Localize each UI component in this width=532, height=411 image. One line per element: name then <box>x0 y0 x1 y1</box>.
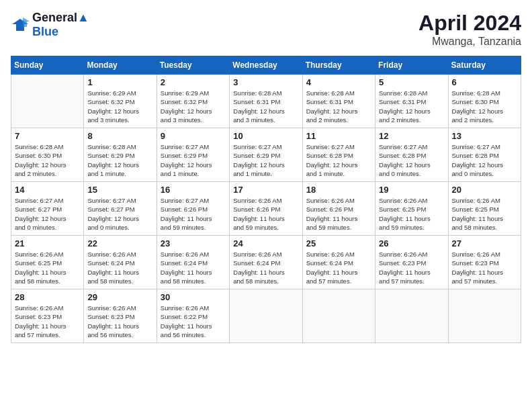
day-number: 25 <box>306 238 371 248</box>
page-header: General▲ Blue April 2024 Mwanga, Tanzani… <box>11 11 521 48</box>
day-number: 7 <box>15 131 80 141</box>
calendar-cell: 23Sunrise: 6:26 AM Sunset: 6:24 PM Dayli… <box>157 236 229 289</box>
week-row-2: 14Sunrise: 6:27 AM Sunset: 6:27 PM Dayli… <box>11 182 521 236</box>
day-number: 11 <box>306 131 371 141</box>
calendar-cell: 14Sunrise: 6:27 AM Sunset: 6:27 PM Dayli… <box>11 182 84 236</box>
calendar-cell: 7Sunrise: 6:28 AM Sunset: 6:30 PM Daylig… <box>11 128 84 182</box>
location: Mwanga, Tanzania <box>418 36 521 48</box>
calendar-body: 1Sunrise: 6:29 AM Sunset: 6:32 PM Daylig… <box>11 75 521 343</box>
col-header-saturday: Saturday <box>448 56 521 75</box>
calendar-cell: 5Sunrise: 6:28 AM Sunset: 6:31 PM Daylig… <box>375 75 448 128</box>
col-header-wednesday: Wednesday <box>230 56 302 75</box>
cell-info: Sunrise: 6:27 AM Sunset: 6:27 PM Dayligh… <box>15 196 80 232</box>
calendar-cell: 28Sunrise: 6:26 AM Sunset: 6:23 PM Dayli… <box>11 289 84 343</box>
col-header-monday: Monday <box>84 56 157 75</box>
cell-info: Sunrise: 6:28 AM Sunset: 6:31 PM Dayligh… <box>233 89 298 124</box>
calendar-header-row: SundayMondayTuesdayWednesdayThursdayFrid… <box>11 56 521 75</box>
calendar-cell: 17Sunrise: 6:26 AM Sunset: 6:26 PM Dayli… <box>230 182 302 236</box>
day-number: 19 <box>379 185 444 195</box>
cell-info: Sunrise: 6:27 AM Sunset: 6:26 PM Dayligh… <box>161 196 226 232</box>
day-number: 5 <box>379 77 444 87</box>
calendar-table: SundayMondayTuesdayWednesdayThursdayFrid… <box>11 56 521 343</box>
calendar-cell: 9Sunrise: 6:27 AM Sunset: 6:29 PM Daylig… <box>157 128 229 182</box>
day-number: 21 <box>15 238 80 248</box>
col-header-sunday: Sunday <box>11 56 84 75</box>
cell-info: Sunrise: 6:26 AM Sunset: 6:25 PM Dayligh… <box>15 250 80 285</box>
cell-info: Sunrise: 6:26 AM Sunset: 6:26 PM Dayligh… <box>306 196 371 232</box>
title-block: April 2024 Mwanga, Tanzania <box>418 11 521 48</box>
cell-info: Sunrise: 6:26 AM Sunset: 6:23 PM Dayligh… <box>379 250 444 285</box>
cell-info: Sunrise: 6:27 AM Sunset: 6:28 PM Dayligh… <box>306 142 371 178</box>
cell-info: Sunrise: 6:28 AM Sunset: 6:29 PM Dayligh… <box>87 142 152 178</box>
calendar-cell: 11Sunrise: 6:27 AM Sunset: 6:28 PM Dayli… <box>302 128 375 182</box>
calendar-cell <box>448 289 521 343</box>
calendar-cell: 24Sunrise: 6:26 AM Sunset: 6:24 PM Dayli… <box>230 236 302 289</box>
calendar-cell: 30Sunrise: 6:26 AM Sunset: 6:22 PM Dayli… <box>157 289 229 343</box>
day-number: 20 <box>452 185 517 195</box>
cell-info: Sunrise: 6:29 AM Sunset: 6:32 PM Dayligh… <box>161 89 226 124</box>
calendar-cell: 12Sunrise: 6:27 AM Sunset: 6:28 PM Dayli… <box>375 128 448 182</box>
day-number: 13 <box>452 131 517 141</box>
day-number: 23 <box>161 238 226 248</box>
cell-info: Sunrise: 6:26 AM Sunset: 6:24 PM Dayligh… <box>161 250 226 285</box>
day-number: 12 <box>379 131 444 141</box>
cell-info: Sunrise: 6:27 AM Sunset: 6:29 PM Dayligh… <box>161 142 226 178</box>
calendar-cell: 21Sunrise: 6:26 AM Sunset: 6:25 PM Dayli… <box>11 236 84 289</box>
cell-info: Sunrise: 6:27 AM Sunset: 6:28 PM Dayligh… <box>452 142 517 178</box>
day-number: 9 <box>161 131 226 141</box>
day-number: 10 <box>233 131 298 141</box>
cell-info: Sunrise: 6:26 AM Sunset: 6:26 PM Dayligh… <box>233 196 298 232</box>
day-number: 30 <box>161 292 226 302</box>
col-header-thursday: Thursday <box>302 56 375 75</box>
day-number: 15 <box>87 185 152 195</box>
day-number: 18 <box>306 185 371 195</box>
day-number: 1 <box>87 77 152 87</box>
day-number: 16 <box>161 185 226 195</box>
day-number: 28 <box>15 292 80 302</box>
day-number: 27 <box>452 238 517 248</box>
calendar-cell: 29Sunrise: 6:26 AM Sunset: 6:23 PM Dayli… <box>84 289 157 343</box>
col-header-tuesday: Tuesday <box>157 56 229 75</box>
day-number: 24 <box>233 238 298 248</box>
calendar-cell: 22Sunrise: 6:26 AM Sunset: 6:24 PM Dayli… <box>84 236 157 289</box>
cell-info: Sunrise: 6:26 AM Sunset: 6:24 PM Dayligh… <box>87 250 152 285</box>
calendar-cell: 18Sunrise: 6:26 AM Sunset: 6:26 PM Dayli… <box>302 182 375 236</box>
cell-info: Sunrise: 6:26 AM Sunset: 6:24 PM Dayligh… <box>306 250 371 285</box>
cell-info: Sunrise: 6:26 AM Sunset: 6:22 PM Dayligh… <box>161 304 226 339</box>
day-number: 6 <box>452 77 517 87</box>
calendar-cell: 15Sunrise: 6:27 AM Sunset: 6:27 PM Dayli… <box>84 182 157 236</box>
calendar-cell: 4Sunrise: 6:28 AM Sunset: 6:31 PM Daylig… <box>302 75 375 128</box>
cell-info: Sunrise: 6:27 AM Sunset: 6:29 PM Dayligh… <box>233 142 298 178</box>
cell-info: Sunrise: 6:28 AM Sunset: 6:30 PM Dayligh… <box>15 142 80 178</box>
day-number: 2 <box>161 77 226 87</box>
cell-info: Sunrise: 6:26 AM Sunset: 6:23 PM Dayligh… <box>452 250 517 285</box>
calendar-cell: 27Sunrise: 6:26 AM Sunset: 6:23 PM Dayli… <box>448 236 521 289</box>
cell-info: Sunrise: 6:27 AM Sunset: 6:27 PM Dayligh… <box>87 196 152 232</box>
week-row-0: 1Sunrise: 6:29 AM Sunset: 6:32 PM Daylig… <box>11 75 521 128</box>
calendar-cell: 13Sunrise: 6:27 AM Sunset: 6:28 PM Dayli… <box>448 128 521 182</box>
cell-info: Sunrise: 6:26 AM Sunset: 6:23 PM Dayligh… <box>87 304 152 339</box>
day-number: 14 <box>15 185 80 195</box>
logo-icon <box>11 17 30 32</box>
calendar-cell: 2Sunrise: 6:29 AM Sunset: 6:32 PM Daylig… <box>157 75 229 128</box>
cell-info: Sunrise: 6:28 AM Sunset: 6:30 PM Dayligh… <box>452 89 517 124</box>
logo-text: General▲ Blue <box>32 11 89 39</box>
day-number: 3 <box>233 77 298 87</box>
day-number: 22 <box>87 238 152 248</box>
calendar-cell <box>11 75 84 128</box>
cell-info: Sunrise: 6:28 AM Sunset: 6:31 PM Dayligh… <box>379 89 444 124</box>
calendar-cell: 26Sunrise: 6:26 AM Sunset: 6:23 PM Dayli… <box>375 236 448 289</box>
calendar-cell: 3Sunrise: 6:28 AM Sunset: 6:31 PM Daylig… <box>230 75 302 128</box>
calendar-cell <box>302 289 375 343</box>
calendar-cell: 19Sunrise: 6:26 AM Sunset: 6:25 PM Dayli… <box>375 182 448 236</box>
day-number: 4 <box>306 77 371 87</box>
calendar-cell <box>375 289 448 343</box>
week-row-3: 21Sunrise: 6:26 AM Sunset: 6:25 PM Dayli… <box>11 236 521 289</box>
calendar-cell: 20Sunrise: 6:26 AM Sunset: 6:25 PM Dayli… <box>448 182 521 236</box>
cell-info: Sunrise: 6:29 AM Sunset: 6:32 PM Dayligh… <box>87 89 152 124</box>
day-number: 29 <box>87 292 152 302</box>
calendar-cell: 10Sunrise: 6:27 AM Sunset: 6:29 PM Dayli… <box>230 128 302 182</box>
week-row-4: 28Sunrise: 6:26 AM Sunset: 6:23 PM Dayli… <box>11 289 521 343</box>
calendar-cell: 16Sunrise: 6:27 AM Sunset: 6:26 PM Dayli… <box>157 182 229 236</box>
cell-info: Sunrise: 6:27 AM Sunset: 6:28 PM Dayligh… <box>379 142 444 178</box>
